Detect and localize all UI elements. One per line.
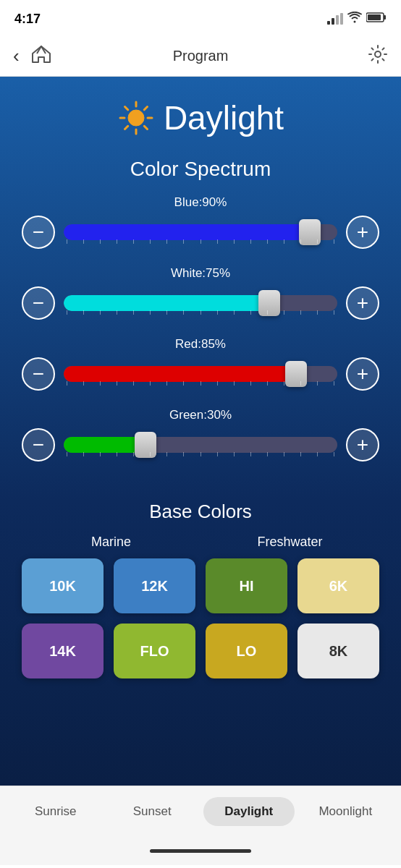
slider-track-2[interactable] (64, 361, 337, 387)
nav-bar: ‹ Program (0, 36, 401, 77)
color-btn-6k[interactable]: 6K (297, 558, 379, 613)
plus-button-2[interactable]: + (346, 357, 379, 391)
slider-label-3: Green:30% (22, 408, 379, 422)
slider-label-0: Blue:90% (22, 195, 379, 210)
marine-label: Marine (22, 535, 200, 550)
color-grid: 10K12KHI6K14KFLOLO8K (22, 558, 379, 678)
svg-rect-1 (384, 15, 386, 20)
svg-line-10 (144, 126, 147, 129)
slider-track-1[interactable] (64, 290, 337, 316)
minus-button-1[interactable]: − (22, 286, 55, 320)
header-section: Daylight (0, 77, 401, 150)
tab-daylight[interactable]: Daylight (203, 797, 295, 826)
slider-controls-2: −+ (22, 357, 379, 391)
freshwater-label: Freshwater (200, 535, 379, 550)
slider-row-3: Green:30%−+ (22, 408, 379, 461)
signal-icon (327, 13, 343, 25)
category-labels: Marine Freshwater (22, 535, 379, 550)
tab-moonlight[interactable]: Moonlight (300, 797, 392, 826)
plus-button-3[interactable]: + (346, 428, 379, 461)
slider-row-2: Red:85%−+ (22, 337, 379, 391)
spectrum-section: Color Spectrum Blue:90%−+White:75%−+Red:… (0, 150, 401, 493)
plus-button-1[interactable]: + (346, 286, 379, 320)
slider-controls-1: −+ (22, 286, 379, 320)
battery-icon (366, 12, 387, 26)
status-time: 4:17 (14, 12, 41, 27)
spectrum-title: Color Spectrum (22, 158, 379, 181)
nav-title: Program (173, 48, 229, 64)
status-bar: 4:17 (0, 0, 401, 36)
svg-line-12 (124, 126, 127, 129)
minus-button-3[interactable]: − (22, 428, 55, 461)
slider-track-0[interactable] (64, 219, 337, 245)
slider-label-2: Red:85% (22, 337, 379, 352)
color-btn-lo[interactable]: LO (206, 624, 287, 678)
slider-row-1: White:75%−+ (22, 266, 379, 320)
program-name: Daylight (164, 98, 284, 137)
program-title: Daylight (117, 98, 284, 137)
color-btn-8k[interactable]: 8K (297, 624, 379, 678)
color-btn-10k[interactable]: 10K (22, 558, 104, 613)
color-btn-14k[interactable]: 14K (22, 624, 104, 678)
slider-row-0: Blue:90%−+ (22, 195, 379, 249)
color-btn-hi[interactable]: HI (206, 558, 287, 613)
tab-sunrise[interactable]: Sunrise (10, 797, 101, 826)
main-content: Daylight Color Spectrum Blue:90%−+White:… (0, 77, 401, 786)
svg-line-11 (144, 107, 147, 110)
home-button[interactable] (31, 45, 51, 68)
tab-sunset[interactable]: Sunset (107, 797, 198, 826)
color-btn-12k[interactable]: 12K (114, 558, 195, 613)
slider-controls-0: −+ (22, 216, 379, 249)
base-colors-title: Base Colors (22, 501, 379, 523)
svg-line-9 (124, 107, 127, 110)
slider-label-1: White:75% (22, 266, 379, 281)
svg-rect-2 (368, 14, 381, 20)
svg-point-4 (128, 110, 144, 126)
plus-button-0[interactable]: + (346, 216, 379, 249)
slider-track-3[interactable] (64, 432, 337, 458)
sliders-container: Blue:90%−+White:75%−+Red:85%−+Green:30%−… (22, 195, 379, 461)
back-button[interactable]: ‹ (13, 45, 20, 67)
color-btn-flo[interactable]: FLO (114, 624, 195, 678)
tab-items: SunriseSunsetDaylightMoonlight (10, 797, 391, 826)
tab-bar: SunriseSunsetDaylightMoonlight (0, 786, 401, 836)
wifi-icon (347, 12, 362, 26)
minus-button-0[interactable]: − (22, 216, 55, 249)
svg-point-3 (375, 51, 381, 57)
slider-controls-3: −+ (22, 428, 379, 461)
status-icons (327, 12, 387, 26)
base-colors-section: Base Colors Marine Freshwater 10K12KHI6K… (0, 493, 401, 693)
sun-icon (117, 99, 155, 137)
minus-button-2[interactable]: − (22, 357, 55, 391)
home-indicator (0, 836, 401, 865)
settings-button[interactable] (368, 44, 388, 69)
nav-left: ‹ (13, 45, 51, 68)
home-bar (150, 849, 251, 853)
